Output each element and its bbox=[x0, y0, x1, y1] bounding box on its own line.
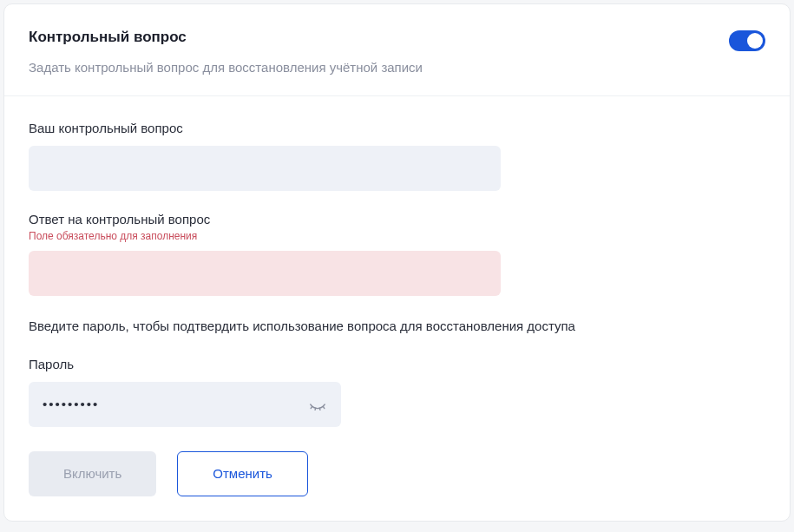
password-label: Пароль bbox=[29, 357, 765, 371]
password-instruction: Введите пароль, чтобы подтвердить исполь… bbox=[29, 317, 765, 336]
enable-toggle[interactable] bbox=[729, 30, 765, 51]
card-title: Контрольный вопрос bbox=[29, 29, 729, 46]
svg-line-2 bbox=[319, 408, 320, 410]
answer-field: Ответ на контрольный вопрос Поле обязате… bbox=[29, 212, 765, 296]
actions-row: Включить Отменить bbox=[29, 451, 765, 496]
question-field: Ваш контрольный вопрос bbox=[29, 121, 765, 191]
question-input[interactable] bbox=[29, 146, 501, 191]
svg-line-0 bbox=[311, 406, 312, 408]
password-input[interactable] bbox=[29, 382, 341, 427]
card-subtitle: Задать контрольный вопрос для восстановл… bbox=[29, 58, 729, 76]
enable-button[interactable]: Включить bbox=[29, 451, 156, 496]
cancel-button[interactable]: Отменить bbox=[177, 451, 308, 496]
eye-closed-icon[interactable] bbox=[308, 395, 327, 414]
password-input-wrap bbox=[29, 382, 341, 427]
svg-line-3 bbox=[323, 406, 324, 408]
question-label: Ваш контрольный вопрос bbox=[29, 121, 765, 135]
card-body: Ваш контрольный вопрос Ответ на контроль… bbox=[4, 96, 790, 521]
security-question-card: Контрольный вопрос Задать контрольный во… bbox=[3, 3, 791, 522]
svg-line-1 bbox=[315, 408, 316, 410]
answer-input[interactable] bbox=[29, 251, 501, 296]
header-text: Контрольный вопрос Задать контрольный во… bbox=[29, 29, 729, 76]
answer-error: Поле обязательно для заполнения bbox=[29, 230, 765, 242]
answer-label: Ответ на контрольный вопрос bbox=[29, 212, 765, 227]
password-field: Пароль bbox=[29, 357, 765, 427]
card-header: Контрольный вопрос Задать контрольный во… bbox=[4, 4, 790, 96]
